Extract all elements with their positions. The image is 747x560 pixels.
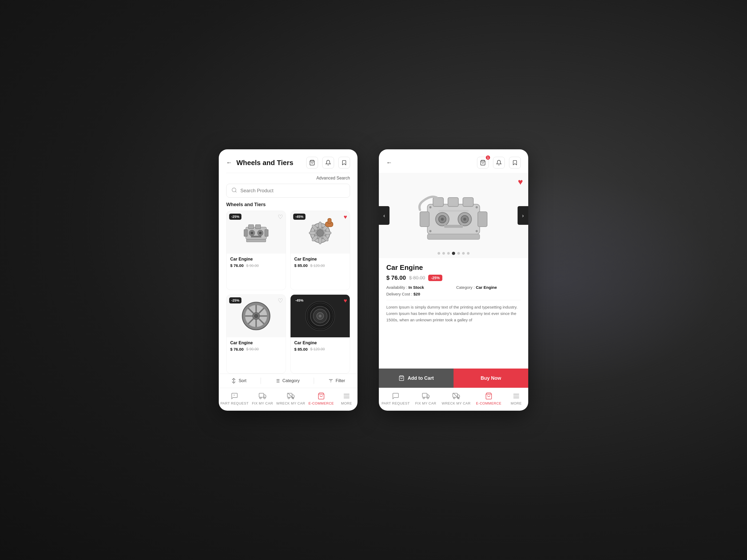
right-bookmark-button[interactable]: [509, 157, 521, 168]
favorite-button-2[interactable]: ♥: [344, 214, 347, 220]
price-original-2: $ 120.00: [310, 264, 325, 268]
right-nav-wreck-my-car-label: WRECK MY CAR: [442, 401, 471, 405]
svg-rect-72: [448, 197, 458, 207]
right-nav-ecommerce-label: E-COMMERCE: [476, 401, 501, 405]
dot-7[interactable]: [467, 252, 469, 255]
dot-3[interactable]: [447, 252, 450, 255]
nav-more[interactable]: MORE: [337, 392, 356, 405]
detail-favorite-button[interactable]: ♥: [518, 177, 523, 187]
price-original-3: $ 90.00: [246, 347, 259, 351]
svg-rect-75: [420, 212, 429, 227]
favorite-button-4[interactable]: ♥: [344, 297, 347, 304]
svg-point-85: [429, 230, 431, 232]
cart-button[interactable]: [306, 157, 318, 168]
right-part-request-icon: [392, 392, 400, 400]
nav-fix-my-car[interactable]: FIX MY CAR: [252, 392, 273, 405]
category-value: Car Engine: [476, 285, 497, 290]
wheel-image: [239, 299, 274, 334]
nav-more-label: MORE: [341, 401, 352, 405]
favorite-button-1[interactable]: ♡: [278, 214, 283, 220]
dot-2[interactable]: [442, 252, 445, 255]
svg-point-81: [441, 218, 444, 220]
right-bell-button[interactable]: [493, 157, 505, 168]
back-button[interactable]: ←: [226, 159, 232, 166]
delivery-label: Delivery Cost: [386, 292, 411, 296]
product-card-4[interactable]: -45% ♥ Car E: [290, 294, 350, 374]
svg-point-94: [453, 397, 455, 399]
bell-button[interactable]: [322, 157, 334, 168]
right-bookmark-icon: [512, 160, 518, 166]
search-icon: [231, 187, 237, 194]
filter-button[interactable]: Filter: [328, 378, 345, 383]
dot-6[interactable]: [462, 252, 465, 255]
toolbar-divider-2: [314, 378, 314, 384]
image-next-button[interactable]: ›: [518, 206, 528, 225]
buy-now-button[interactable]: Buy Now: [454, 369, 528, 388]
detail-product-title: Car Engine: [386, 264, 521, 272]
nav-fix-my-car-label: FIX MY CAR: [252, 401, 273, 405]
right-nav-more-label: MORE: [511, 401, 521, 405]
dot-5[interactable]: [457, 252, 460, 255]
detail-image-section: ♥ ‹: [379, 173, 528, 258]
cta-row: Add to Cart Buy Now: [379, 369, 528, 388]
image-prev-button[interactable]: ‹: [379, 206, 389, 225]
price-row-1: $ 76.00 $ 90.00: [230, 263, 282, 268]
product-image-area-4: -45% ♥: [290, 295, 350, 337]
availability-label: Availability: [386, 285, 406, 290]
right-nav-part-request[interactable]: PART REQUEST: [382, 392, 410, 405]
ecommerce-icon: [317, 392, 325, 400]
nav-part-request[interactable]: PART REQUEST: [221, 392, 249, 405]
product-name-4: Car Engine: [294, 341, 346, 345]
svg-rect-6: [247, 239, 266, 242]
svg-rect-4: [248, 224, 254, 229]
bookmark-button[interactable]: [338, 157, 350, 168]
right-back-button[interactable]: ←: [386, 159, 392, 166]
category-button[interactable]: Category: [275, 378, 300, 383]
dot-4[interactable]: [452, 252, 455, 255]
right-nav-fix-my-car[interactable]: FIX MY CAR: [415, 392, 436, 405]
product-card-1[interactable]: -25% ♡: [226, 211, 286, 290]
add-to-cart-button[interactable]: Add to Cart: [379, 369, 454, 388]
page-title: Wheels and Tiers: [236, 159, 293, 167]
engine-image-1: [239, 215, 274, 249]
product-image-area-3: -25% ♡: [227, 295, 286, 337]
right-header-icons: 1: [477, 157, 521, 168]
favorite-button-3[interactable]: ♡: [278, 297, 283, 304]
detail-divider: [386, 300, 521, 300]
svg-point-86: [476, 230, 478, 232]
turbo-image: [303, 215, 337, 249]
advanced-search-link[interactable]: Advanced Search: [316, 176, 350, 180]
bookmark-icon: [341, 160, 347, 166]
right-header: ← 1: [379, 149, 528, 173]
product-card-3[interactable]: -25% ♡: [226, 294, 286, 374]
svg-rect-10: [265, 230, 268, 237]
dot-1[interactable]: [438, 252, 440, 255]
right-bell-icon: [496, 160, 502, 166]
right-nav-more[interactable]: MORE: [507, 392, 525, 405]
right-nav-wreck-my-car[interactable]: WRECK MY CAR: [442, 392, 471, 405]
svg-point-12: [251, 232, 253, 234]
right-screen: ← 1 ♥ ‹: [379, 149, 528, 411]
availability-item: Availability : In Stock: [386, 285, 451, 290]
nav-wreck-my-car[interactable]: WRECK MY CAR: [276, 392, 305, 405]
right-nav-ecommerce[interactable]: E-COMMERCE: [476, 392, 501, 405]
search-input[interactable]: [240, 188, 345, 194]
delivery-value: $20: [413, 292, 420, 296]
bell-icon: [325, 160, 331, 166]
search-bar[interactable]: [226, 184, 350, 197]
sort-button[interactable]: Sort: [231, 378, 246, 383]
price-row-4: $ 85.00 $ 120.00: [294, 347, 346, 351]
svg-rect-74: [428, 234, 480, 239]
product-card-2[interactable]: -45% ♥: [290, 211, 350, 290]
sort-icon: [231, 378, 236, 383]
svg-point-83: [429, 206, 431, 208]
product-info-4: Car Engine $ 85.00 $ 120.00: [290, 337, 350, 355]
header-icons: [306, 157, 350, 168]
nav-ecommerce[interactable]: E-COMMERCE: [308, 392, 334, 405]
right-more-icon: [513, 392, 520, 400]
left-bottom-nav: PART REQUEST FIX MY CAR WRECK MY CAR E-C…: [219, 388, 358, 411]
right-cart-button[interactable]: 1: [477, 157, 489, 168]
svg-rect-9: [244, 230, 248, 237]
right-nav-fix-my-car-label: FIX MY CAR: [415, 401, 436, 405]
svg-point-16: [317, 230, 324, 237]
